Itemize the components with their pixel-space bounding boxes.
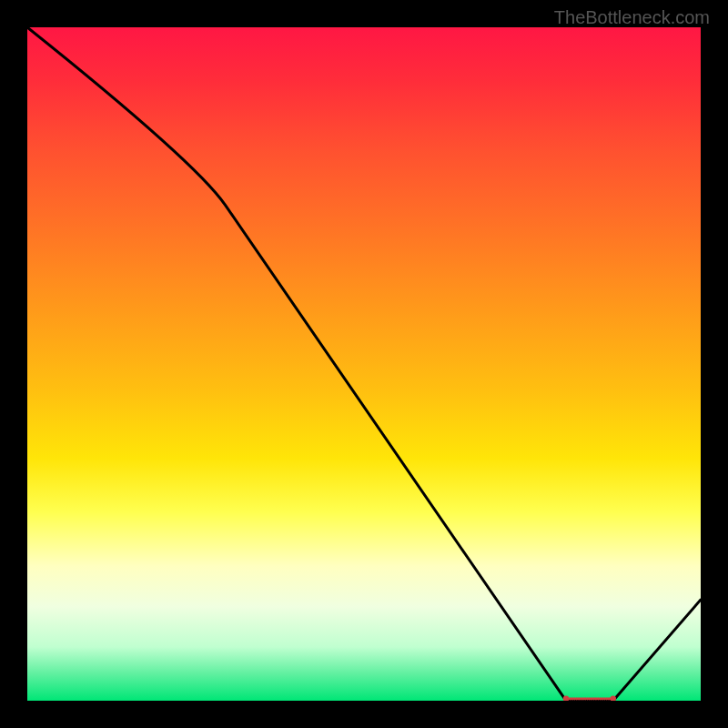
watermark-text: TheBottleneck.com (554, 7, 710, 28)
chart-svg (27, 27, 701, 701)
chart-plot-area (27, 27, 701, 701)
curve-line (27, 27, 701, 701)
svg-point-22 (610, 697, 612, 700)
